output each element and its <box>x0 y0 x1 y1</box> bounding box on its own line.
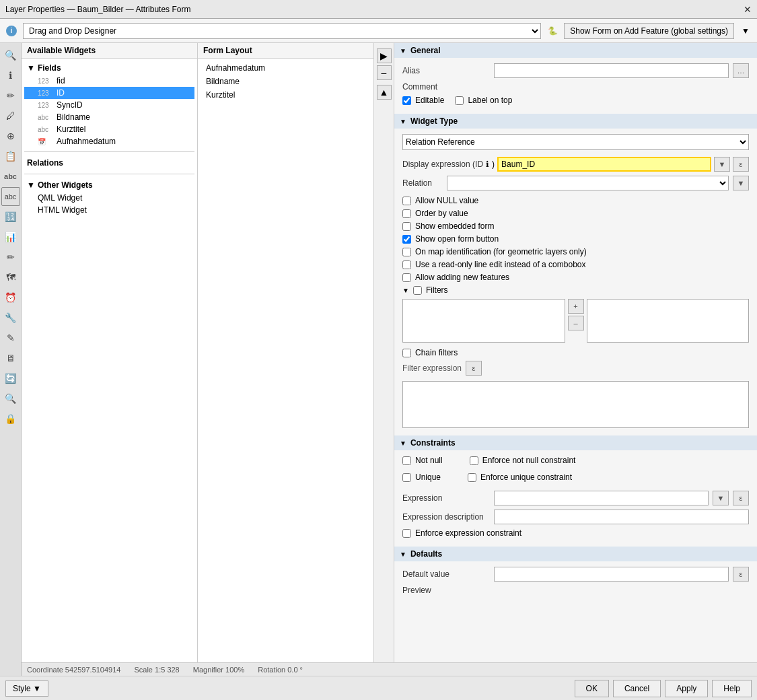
field-item-id[interactable]: 123 ID <box>24 87 194 99</box>
alias-label: Alias <box>402 66 490 75</box>
field-item-bildname[interactable]: abc Bildname <box>24 111 194 123</box>
default-value-input[interactable] <box>494 567 729 582</box>
draw-icon[interactable]: ✏ <box>1 248 20 267</box>
show-embedded-form-checkbox[interactable] <box>402 222 411 231</box>
expression-desc-row: Expression description <box>402 510 749 524</box>
lock-icon[interactable]: 🔒 <box>1 409 20 428</box>
filters-checkbox[interactable] <box>413 286 422 295</box>
style-button[interactable]: Style ▼ <box>5 680 48 697</box>
filter-remove-button[interactable]: – <box>568 316 584 330</box>
relation-label: Relation <box>402 178 443 188</box>
show-open-form-checkbox[interactable] <box>402 235 411 244</box>
available-widgets-panel: Available Widgets Fields 123 fid 123 ID … <box>22 43 198 676</box>
defaults-section-header[interactable]: Defaults <box>394 547 757 561</box>
form-layout-item-bildname[interactable]: Bildname <box>201 75 371 88</box>
number-icon[interactable]: 🔢 <box>1 207 20 226</box>
constraints-section-header[interactable]: Constraints <box>394 435 757 450</box>
remove-from-form-button[interactable]: – <box>377 65 392 80</box>
general-section-header[interactable]: General <box>394 43 757 58</box>
alias-input[interactable] <box>494 63 729 78</box>
display-expression-select-button[interactable]: ▼ <box>714 157 730 172</box>
order-by-value-checkbox[interactable] <box>402 209 411 218</box>
screen-icon[interactable]: 🖥 <box>1 349 20 368</box>
help-button[interactable]: Help <box>712 680 752 697</box>
filter-right-area <box>587 299 750 343</box>
alias-menu-button[interactable]: … <box>733 63 749 78</box>
identify-icon[interactable]: 🔍 <box>1 46 20 65</box>
filter-add-button[interactable]: + <box>568 299 584 314</box>
dropdown-icon[interactable]: ▼ <box>738 24 753 38</box>
expression-edit-button[interactable]: ε <box>733 491 749 505</box>
add-icon[interactable]: ⊕ <box>1 127 20 145</box>
field-item-kurztitel[interactable]: abc Kurztitel <box>24 123 194 135</box>
status-rotation: Rotation 0.0 ° <box>258 666 303 674</box>
allow-adding-checkbox[interactable] <box>402 273 411 282</box>
refresh-icon[interactable]: 🔄 <box>1 369 20 388</box>
readonly-line-checkbox[interactable] <box>402 260 411 269</box>
other-widget-html[interactable]: HTML Widget <box>24 204 194 216</box>
expression-desc-input[interactable] <box>494 510 749 524</box>
filter-expression-edit-button[interactable]: ε <box>466 361 482 376</box>
not-null-checkbox[interactable] <box>402 456 411 465</box>
allow-null-checkbox[interactable] <box>402 197 411 205</box>
apply-button[interactable]: Apply <box>665 680 708 697</box>
gear-icon[interactable]: 🔧 <box>1 308 20 327</box>
form-layout-panel: Form Layout Aufnahmedatum Bildname Kurzt… <box>198 43 374 676</box>
clock-icon[interactable]: ⏰ <box>1 288 20 307</box>
display-expression-input[interactable] <box>497 157 711 172</box>
constraints-section-label: Constraints <box>410 438 456 448</box>
text-icon[interactable]: abc <box>1 167 20 186</box>
other-widgets-section-header[interactable]: Other Widgets <box>24 178 194 192</box>
map-icon[interactable]: 🗺 <box>1 268 20 287</box>
filters-expand-icon[interactable] <box>402 287 409 294</box>
abc2-icon[interactable]: abc <box>1 187 20 206</box>
display-expression-edit-button[interactable]: ε <box>733 157 749 172</box>
on-map-id-checkbox[interactable] <box>402 248 411 256</box>
editable-checkbox[interactable] <box>402 96 411 105</box>
fields-section-header[interactable]: Fields <box>24 61 194 75</box>
enforce-unique-checkbox[interactable] <box>468 473 476 482</box>
comment-label: Comment <box>402 82 490 92</box>
default-value-edit-button[interactable]: ε <box>733 567 749 582</box>
widget-type-section-header[interactable]: Widget Type <box>394 114 757 129</box>
relation-dropdown-button[interactable]: ▼ <box>733 176 749 190</box>
chain-filters-checkbox[interactable] <box>402 349 411 357</box>
relations-section-header[interactable]: Relations <box>24 156 194 170</box>
field-item-syncid[interactable]: 123 SyncID <box>24 99 194 111</box>
show-form-button[interactable]: Show Form on Add Feature (global setting… <box>564 23 734 39</box>
relation-select[interactable] <box>447 176 729 190</box>
expression-input[interactable] <box>494 491 709 505</box>
expression-select-button[interactable]: ▼ <box>713 491 729 505</box>
zoom-icon[interactable]: 🔍 <box>1 389 20 408</box>
field-item-aufnahmedatum[interactable]: 📅 Aufnahmedatum <box>24 135 194 147</box>
enforce-not-null-checkbox[interactable] <box>470 456 478 465</box>
edit-icon[interactable]: ✏ <box>1 86 20 105</box>
chain-filters-row: Chain filters <box>402 348 749 357</box>
enforce-expr-row: Enforce expression constraint <box>402 528 749 538</box>
form-layout-item-kurztitel[interactable]: Kurztitel <box>201 88 371 102</box>
titlebar: Layer Properties — Baum_Bilder — Attribu… <box>0 0 757 19</box>
cancel-button[interactable]: Cancel <box>613 680 661 697</box>
pencil-icon[interactable]: 🖊 <box>1 106 20 125</box>
designer-select[interactable]: Drag and Drop Designer <box>23 23 541 39</box>
middle-buttons-panel: ▶ – ▲ <box>374 43 394 676</box>
info2-icon[interactable]: ℹ <box>1 66 20 85</box>
close-icon[interactable]: ✕ <box>744 4 752 15</box>
label-on-top-checkbox[interactable] <box>455 96 464 105</box>
add-to-form-button[interactable]: ▶ <box>377 48 392 63</box>
plugin-icon[interactable]: ✎ <box>1 328 20 347</box>
ok-button[interactable]: OK <box>575 680 609 697</box>
move-up-button[interactable]: ▲ <box>377 85 392 100</box>
clipboard-icon[interactable]: 📋 <box>1 147 20 166</box>
widget-type-select[interactable]: Relation ReferenceText EditValue MapRang… <box>402 134 749 150</box>
filter-expression-textarea[interactable] <box>402 381 749 428</box>
filter-left-list[interactable] <box>402 299 565 343</box>
other-widget-qml[interactable]: QML Widget <box>24 192 194 204</box>
chart-icon[interactable]: 📊 <box>1 228 20 246</box>
enforce-expr-checkbox[interactable] <box>402 529 411 538</box>
not-null-row: Not null <box>402 456 443 465</box>
default-value-row: Default value ε <box>402 567 749 582</box>
field-item-fid[interactable]: 123 fid <box>24 75 194 87</box>
unique-checkbox[interactable] <box>402 473 411 482</box>
form-layout-item-aufnahmedatum[interactable]: Aufnahmedatum <box>201 61 371 75</box>
